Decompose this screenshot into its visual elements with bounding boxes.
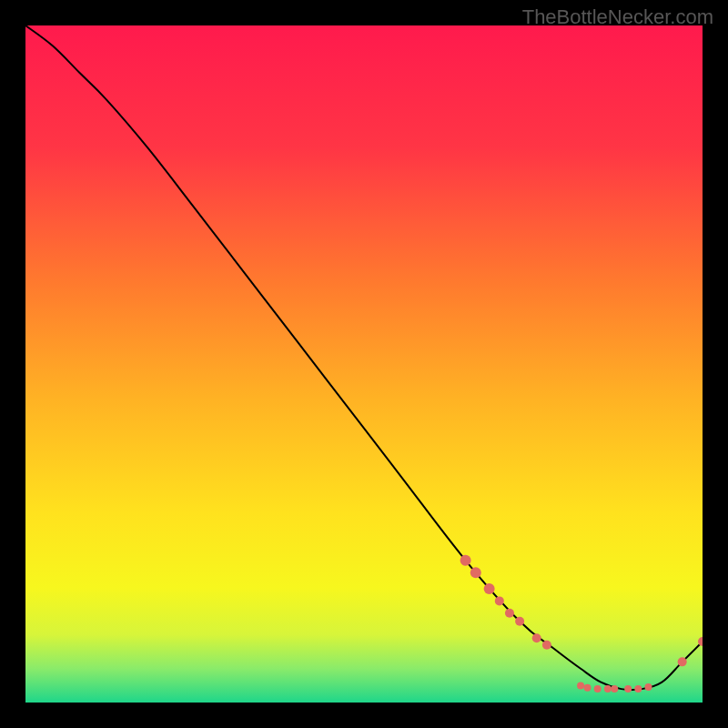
data-marker (624, 685, 632, 693)
data-marker (460, 555, 471, 566)
data-marker (505, 609, 514, 618)
data-marker (584, 684, 592, 692)
gradient-background (25, 25, 703, 703)
data-marker (515, 617, 524, 626)
data-marker (678, 657, 687, 666)
plot-area (25, 25, 703, 703)
data-marker (470, 567, 481, 578)
data-marker (532, 633, 541, 642)
chart-svg (25, 25, 703, 703)
data-marker (634, 685, 642, 693)
data-marker (542, 641, 551, 650)
data-marker (577, 682, 584, 689)
watermark-text: TheBottleNecker.com (522, 5, 713, 29)
chart-container: TheBottleNecker.com (0, 0, 728, 728)
data-marker (484, 583, 495, 594)
data-marker (611, 685, 618, 693)
data-marker (604, 685, 612, 693)
data-marker (644, 683, 652, 691)
data-marker (594, 685, 602, 693)
data-marker (495, 596, 504, 605)
